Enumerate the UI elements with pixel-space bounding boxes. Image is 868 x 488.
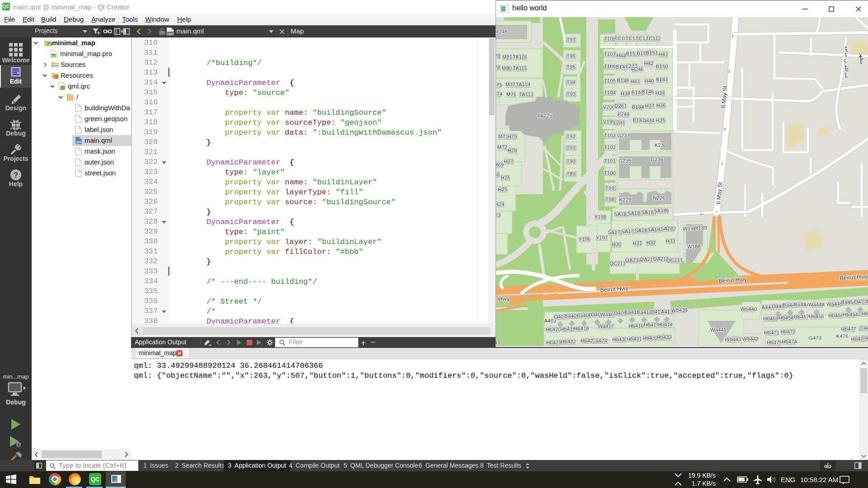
svg-text:Ba406: Ba406 — [576, 313, 591, 318]
svg-text:Wb443: Wb443 — [725, 337, 741, 342]
svg-text:T106: T106 — [604, 64, 616, 69]
svg-text:Wb439: Wb439 — [671, 307, 688, 313]
svg-text:Hb475: Hb475 — [767, 340, 782, 345]
svg-text:H33: H33 — [665, 238, 675, 244]
svg-text:H39: H39 — [655, 90, 665, 96]
svg-text:a424: a424 — [595, 338, 607, 343]
svg-text:T90: T90 — [566, 159, 576, 164]
svg-text:M69: M69 — [496, 162, 504, 168]
svg-text:T98: T98 — [605, 197, 614, 202]
svg-text:B144: B144 — [632, 104, 644, 110]
svg-text:H44: H44 — [616, 53, 626, 58]
svg-text:QC217: QC217 — [666, 258, 683, 263]
svg-text:B148: B148 — [617, 78, 629, 83]
svg-text:Y198: Y198 — [594, 214, 607, 220]
svg-text:Hb471: Hb471 — [764, 330, 779, 335]
svg-text:Hb: Hb — [862, 311, 868, 316]
svg-text:T94: T94 — [566, 80, 576, 85]
svg-text:K230: K230 — [655, 142, 667, 148]
svg-text:A: A — [865, 299, 868, 304]
svg-text:M75: M75 — [496, 82, 502, 88]
svg-text:Hb414: Hb414 — [657, 322, 673, 327]
svg-text:T103: T103 — [604, 133, 616, 138]
svg-text:Hb455: Hb455 — [828, 313, 844, 318]
svg-text:78: 78 — [496, 65, 500, 70]
svg-text:Hb431: Hb431 — [627, 336, 642, 342]
svg-text:T95: T95 — [566, 64, 576, 70]
svg-text:Hb419: Hb419 — [560, 326, 576, 332]
svg-text:H35: H35 — [656, 117, 665, 123]
svg-text:H42: H42 — [644, 61, 653, 66]
svg-text:H34: H34 — [645, 118, 655, 123]
svg-text:Ba411: Ba411 — [637, 310, 651, 315]
svg-text:Hb430: Hb430 — [612, 337, 627, 342]
svg-text:M81: M81 — [502, 54, 512, 60]
svg-text:H41: H41 — [630, 79, 640, 84]
svg-text:T91: T91 — [566, 145, 576, 150]
svg-text:M72: M72 — [497, 145, 507, 150]
svg-text:Hb472: Hb472 — [780, 329, 796, 334]
svg-text:T105: T105 — [604, 78, 616, 84]
svg-text:H37: H37 — [645, 103, 654, 108]
svg-text:G237: G237 — [617, 133, 630, 138]
svg-text:B147: B147 — [656, 77, 668, 82]
svg-text:P249: P249 — [618, 112, 630, 117]
svg-text:H43: H43 — [658, 52, 668, 57]
svg-text:Hb416: Hb416 — [628, 323, 644, 328]
svg-text:TA113: TA113 — [519, 92, 533, 97]
svg-text:مظهر: مظهر — [859, 53, 865, 65]
svg-text:R245: R245 — [496, 29, 508, 34]
svg-text:T93: T93 — [566, 91, 576, 97]
svg-text:N226: N226 — [653, 195, 665, 201]
svg-text:TA114: TA114 — [516, 82, 531, 87]
svg-text:Y197: Y197 — [596, 235, 608, 240]
svg-text:Ba447: Ba447 — [794, 302, 809, 307]
svg-text:M80: M80 — [502, 66, 512, 71]
svg-text:H28: H28 — [507, 148, 517, 153]
svg-text:L241: L241 — [613, 120, 625, 125]
svg-text:H40: H40 — [644, 78, 654, 84]
svg-text:Hb458: Hb458 — [778, 315, 794, 320]
svg-text:T102: T102 — [604, 145, 616, 150]
svg-text:T96: T96 — [566, 53, 576, 59]
svg-text:Wa441: Wa441 — [710, 327, 726, 333]
svg-text:68: 68 — [496, 172, 500, 177]
svg-text:Hb432: Hb432 — [642, 335, 658, 341]
svg-text:K229: K229 — [619, 197, 632, 202]
svg-text:Wa417: Wa417 — [598, 324, 614, 329]
svg-text:H24: H24 — [496, 202, 505, 207]
svg-text:Hb422: Hb422 — [561, 339, 576, 344]
svg-text:M76: M76 — [506, 92, 516, 97]
svg-text:QA214: QA214 — [625, 258, 642, 263]
svg-text:FA225: FA225 — [537, 113, 552, 118]
svg-text:B151: B151 — [646, 50, 658, 56]
svg-text:SA182: SA182 — [660, 226, 676, 231]
svg-text:H32: H32 — [646, 240, 656, 245]
svg-text:T104: T104 — [604, 90, 616, 95]
svg-text:W189: W189 — [693, 225, 707, 230]
svg-text:H30: H30 — [612, 242, 621, 247]
svg-text:T101: T101 — [604, 158, 616, 164]
svg-text:qml: qml — [168, 32, 173, 35]
svg-text:T97: T97 — [566, 37, 576, 42]
svg-text:SA186: SA186 — [654, 208, 670, 213]
svg-text:TA116: TA116 — [513, 54, 527, 60]
svg-text:TC112: TC112 — [646, 36, 661, 41]
svg-text:Hb423: Hb423 — [580, 338, 596, 343]
svg-text:M74: M74 — [496, 91, 503, 97]
svg-text:G236: G236 — [651, 157, 663, 162]
svg-text:H31: H31 — [632, 240, 642, 246]
svg-text:Hb477: Hb477 — [841, 326, 856, 332]
svg-text:Wa448: Wa448 — [808, 302, 825, 307]
svg-text:M73: M73 — [498, 134, 508, 139]
svg-text:QC213: QC213 — [609, 261, 626, 266]
svg-text:W188: W188 — [687, 244, 701, 249]
svg-text:Hb433: Hb433 — [656, 334, 672, 340]
svg-text:T99: T99 — [605, 185, 614, 191]
svg-text:TA115: TA115 — [513, 66, 527, 71]
svg-text:B146: B146 — [642, 89, 654, 94]
svg-text:43: 43 — [496, 340, 500, 345]
svg-text:t Hwy: t Hwy — [496, 295, 510, 303]
svg-text:Y196: Y196 — [579, 236, 591, 242]
svg-text:V200: V200 — [603, 104, 615, 110]
